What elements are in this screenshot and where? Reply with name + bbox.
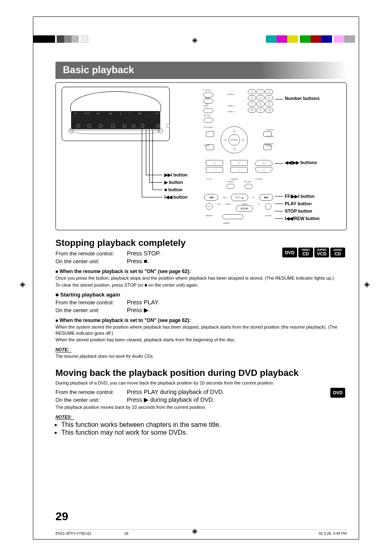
ff-button: ▶▶ <box>259 194 273 201</box>
label-play-button: PLAY button <box>285 201 311 207</box>
stop-button: STOP <box>236 205 253 212</box>
dimmer-button <box>222 214 244 219</box>
disc-badges-stopping: DVD VIDEOCD SUPERVCD AUDIOCD <box>282 248 345 257</box>
disc-badges-moving: DVD <box>330 388 345 398</box>
page-number: 29 <box>55 510 68 523</box>
callout-back-skip: I◀◀ button <box>164 195 187 200</box>
callout-fwd-skip: ▶▶I button <box>164 172 187 178</box>
rec-button: ● <box>206 203 212 210</box>
center-unit-illustration: A.P. MODE I◀◀ ◀◀ ▶ ■ ▶▶I — VOL + <box>62 87 194 225</box>
print-footer: EN21-30TH-V70[UJ]1 29 02.3.26, 4:45 PM <box>55 529 347 535</box>
label-number-buttons: Number buttons <box>285 96 320 102</box>
label-stop-button: STOP button <box>285 208 312 214</box>
label-ff-button: FF/▶▶I button <box>285 194 315 199</box>
callout-play: ▶ button <box>164 180 183 185</box>
footer-page: 29 <box>125 531 129 535</box>
device-and-remote-diagram: A.P. MODE I◀◀ ◀◀ ▶ ■ ▶▶I — VOL + <box>55 82 347 230</box>
registration-mark-icon <box>364 280 372 288</box>
label-rew-button: I◀◀/REW button <box>285 216 320 222</box>
footer-filename: EN21-30TH-V70[UJ]1 <box>55 531 92 535</box>
gray-step-wedge <box>33 35 88 44</box>
registration-mark-icon <box>192 35 200 44</box>
play-button: PLAY▶ <box>231 194 248 201</box>
registration-mark-icon <box>20 280 28 288</box>
footer-date: 02.3.26, 4:45 PM <box>318 531 347 535</box>
remote-control-illustration: CONTROL VCR TV SLEEP SETTING 1 2 3 4 5 6… <box>202 87 276 225</box>
color-bars <box>266 35 355 44</box>
badge-dvd: DVD <box>282 248 297 257</box>
callout-stop: ■ button <box>164 187 182 192</box>
badge-video-cd: VIDEOCD <box>298 248 313 257</box>
label-search-buttons: ◀◀/▶▶ buttons <box>285 160 317 166</box>
badge-audio-cd: AUDIOCD <box>330 248 345 257</box>
rew-button: ◀◀ <box>204 194 218 201</box>
badge-super-vcd: SUPERVCD <box>314 248 329 257</box>
dpad: ENTER △ ▽ ◁ ▷ <box>221 126 248 153</box>
badge-dvd: DVD <box>330 388 345 398</box>
number-buttons-group: 1 2 3 4 5 6 7 8 9 10 0 +10 <box>248 89 272 113</box>
strobe-button <box>265 203 272 210</box>
